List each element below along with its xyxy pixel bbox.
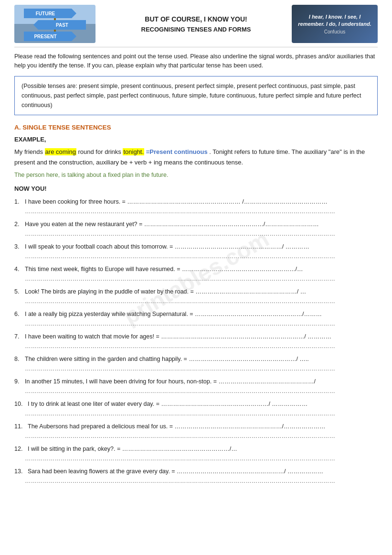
list-item: 7.I have been waiting to watch that movi…: [14, 332, 378, 351]
list-item: 11.The Aubersons had prepared a deliciou…: [14, 422, 378, 441]
item-text: I have been cooking for three hours. = ……: [25, 197, 378, 207]
item-number: 11.: [14, 422, 28, 431]
item-number: 6.: [14, 309, 25, 319]
main-title: BUT OF COURSE, I KNOW YOU!: [105, 15, 287, 23]
list-item: 12.I will be sitting in the park, okey?.…: [14, 444, 378, 463]
sub-title: RECOGNISING TENSES AND FORMS: [105, 26, 287, 33]
example-highlight2: tonight.: [123, 148, 144, 155]
page: printables.com FUTURE PAST: [0, 0, 392, 555]
example-period: .: [208, 148, 213, 155]
item-number: 3.: [14, 242, 25, 251]
item-text: Sara had been leaving flowers at the gra…: [28, 467, 378, 476]
item-continuation: ……………………………………………………………………………………………………………: [25, 341, 378, 351]
item-continuation: ……………………………………………………………………………………………………………: [25, 386, 378, 396]
sign-image: FUTURE PAST PRESENT: [14, 5, 95, 43]
item-text: In another 15 minutes, I will have been …: [25, 377, 378, 386]
quote-text: I hear, I know. I see, I remember. I do,…: [296, 13, 374, 27]
header-left-image: FUTURE PAST PRESENT: [14, 5, 100, 43]
item-number: 8.: [14, 354, 25, 364]
item-text: I ate a really big pizza yesterday while…: [25, 309, 378, 319]
header-right-quote: I hear, I know. I see, I remember. I do,…: [292, 5, 378, 43]
svg-text:FUTURE: FUTURE: [36, 11, 55, 16]
example-highlight1: are coming: [45, 148, 76, 155]
item-continuation: ……………………………………………………………………………………………………………: [25, 251, 378, 261]
item-number: 7.: [14, 332, 25, 341]
item-number: 4.: [14, 264, 25, 274]
list-item: 13.Sara had been leaving flowers at the …: [14, 467, 378, 486]
header: FUTURE PAST PRESENT BUT OF COURSE, I KNO…: [14, 5, 378, 47]
quote-author: Confucius: [324, 29, 345, 34]
item-continuation: ……………………………………………………………………………………………………………: [25, 431, 378, 441]
example-middle: round for drinks: [76, 148, 123, 155]
item-continuation: ……………………………………………………………………………………………………………: [25, 207, 378, 216]
item-number: 1.: [14, 197, 25, 207]
list-item: 4.This time next week, flights to Europe…: [14, 264, 378, 283]
list-item: 8.The children were sitting in the garde…: [14, 354, 378, 373]
item-continuation: ……………………………………………………………………………………………………………: [25, 296, 378, 306]
item-continuation: ……………………………………………………………………………………………………………: [25, 364, 378, 373]
item-continuation: ……………………………………………………………………………………………………………: [25, 476, 378, 486]
svg-text:PAST: PAST: [56, 22, 68, 28]
item-number: 9.: [14, 377, 25, 386]
section-a-header: A. SINGLE TENSE SENTENCES: [14, 124, 378, 131]
item-number: 2.: [14, 219, 25, 229]
example-label: EXAMPLE,: [14, 136, 378, 143]
item-continuation: ……………………………………………………………………………………………………………: [25, 409, 378, 418]
now-you-label: NOW YOU!: [14, 185, 378, 192]
list-item: 5.Look! The birds are playing in the pud…: [14, 287, 378, 306]
item-continuation: ……………………………………………………………………………………………………………: [25, 454, 378, 463]
example-pre: My friends: [14, 148, 45, 155]
list-item: 6.I ate a really big pizza yesterday whi…: [14, 309, 378, 328]
item-text: Have you eaten at the new restaurant yet…: [25, 219, 378, 229]
tenses-text: (Possible tenses are: present simple, pr…: [21, 83, 361, 109]
item-text: I have been waiting to watch that movie …: [25, 332, 378, 341]
item-continuation: ……………………………………………………………………………………………………………: [25, 319, 378, 328]
item-number: 13.: [14, 467, 28, 476]
exercise-list: 1.I have been cooking for three hours. =…: [14, 197, 378, 486]
item-text: This time next week, flights to Europe w…: [25, 264, 378, 274]
item-text: I will speak to your football coach abou…: [25, 242, 378, 251]
item-text: The Aubersons had prepared a delicious m…: [28, 422, 378, 431]
example-tense: =Present continuous: [144, 148, 208, 155]
list-item: 10.I try to drink at least one liter of …: [14, 399, 378, 418]
example-sentence: My friends are coming round for drinks t…: [14, 147, 378, 168]
item-number: 10.: [14, 399, 28, 409]
green-note: The person here, is talking about a fixe…: [14, 171, 378, 180]
list-item: 1.I have been cooking for three hours. =…: [14, 197, 378, 216]
tenses-box: (Possible tenses are: present simple, pr…: [14, 76, 378, 115]
item-number: 12.: [14, 444, 28, 454]
list-item: 9.In another 15 minutes, I will have bee…: [14, 377, 378, 396]
list-item: 3.I will speak to your football coach ab…: [14, 242, 378, 261]
item-continuation: ……………………………………………………………………………………………………………: [25, 229, 378, 239]
list-item: 2.Have you eaten at the new restaurant y…: [14, 219, 378, 239]
item-text: Look! The birds are playing in the puddl…: [25, 287, 378, 296]
example-tonight-note: Tonight refers to future time.: [212, 148, 290, 155]
item-continuation: ……………………………………………………………………………………………………………: [25, 274, 378, 283]
quote-box: I hear, I know. I see, I remember. I do,…: [292, 5, 378, 43]
item-text: I will be sitting in the park, okey?. = …: [28, 444, 378, 454]
item-text: The children were sitting in the garden …: [25, 354, 378, 364]
item-text: I try to drink at least one liter of wat…: [28, 399, 378, 409]
instructions: Please read the following sentences and …: [14, 52, 378, 70]
header-center: BUT OF COURSE, I KNOW YOU! RECOGNISING T…: [100, 15, 292, 33]
item-number: 5.: [14, 287, 25, 296]
svg-text:PRESENT: PRESENT: [34, 34, 56, 39]
